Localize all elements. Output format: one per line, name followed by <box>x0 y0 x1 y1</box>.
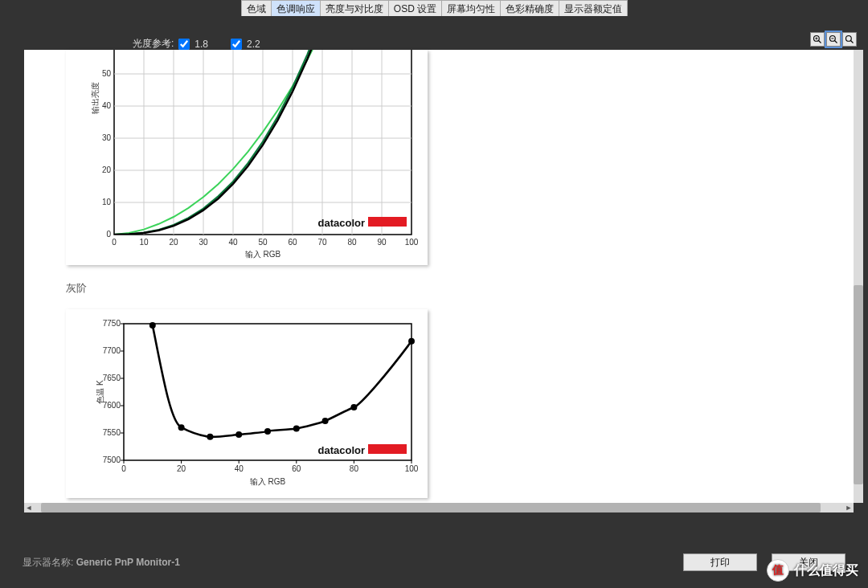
svg-text:80: 80 <box>347 238 357 247</box>
tab-color-accuracy[interactable]: 色彩精确度 <box>500 0 559 16</box>
svg-point-70 <box>207 434 213 440</box>
chart1-xlabel: 输入 RGB <box>245 250 281 259</box>
svg-text:7600: 7600 <box>103 401 121 410</box>
svg-point-74 <box>322 418 329 424</box>
zoom-out-icon[interactable] <box>826 32 841 47</box>
svg-text:30: 30 <box>102 133 112 142</box>
tone-response-chart: 01020 304050 01020 304050 607080 90100 输… <box>66 50 428 265</box>
gamma-18-checkbox[interactable] <box>178 39 190 50</box>
svg-text:20: 20 <box>102 165 112 174</box>
tab-bar: 色域 色调响应 亮度与对比度 OSD 设置 屏幕均匀性 色彩精确度 显示器额定值 <box>0 0 868 16</box>
zoom-in-icon[interactable] <box>810 32 825 47</box>
svg-point-69 <box>178 424 185 431</box>
svg-rect-77 <box>368 444 407 454</box>
svg-text:7700: 7700 <box>103 346 121 355</box>
print-button[interactable]: 打印 <box>683 553 757 571</box>
gray-section-label: 灰阶 <box>66 281 87 296</box>
gamma-22-checkbox[interactable] <box>231 39 242 50</box>
tab-uniformity[interactable]: 屏幕均匀性 <box>441 0 501 16</box>
svg-text:10: 10 <box>102 198 112 206</box>
svg-text:50: 50 <box>258 238 268 247</box>
zoom-reset-icon[interactable] <box>842 32 857 47</box>
datacolor-logo: datacolor <box>317 217 365 229</box>
svg-text:7500: 7500 <box>103 455 121 464</box>
tab-tone-response[interactable]: 色调响应 <box>271 0 321 16</box>
gray-ramp-chart: 750075507600 765077007750 02040 6080100 … <box>66 309 428 498</box>
svg-text:60: 60 <box>292 464 301 473</box>
gamma-reference-label: 光度参考: <box>133 37 174 51</box>
svg-line-8 <box>851 41 854 43</box>
svg-text:40: 40 <box>228 238 238 247</box>
svg-text:50: 50 <box>102 69 112 78</box>
svg-text:90: 90 <box>377 238 387 247</box>
svg-point-73 <box>293 426 300 432</box>
svg-text:100: 100 <box>405 238 419 247</box>
svg-text:10: 10 <box>139 238 149 247</box>
svg-point-76 <box>408 338 415 345</box>
horizontal-scrollbar[interactable]: ◄ ► <box>24 503 854 512</box>
svg-rect-42 <box>368 217 407 227</box>
chart2-xlabel: 输入 RGB <box>250 477 286 486</box>
svg-text:7750: 7750 <box>103 319 121 328</box>
chart1-ylabel: 输出亮度 <box>91 82 100 114</box>
svg-line-5 <box>835 41 837 43</box>
tab-osd[interactable]: OSD 设置 <box>388 0 442 16</box>
svg-point-75 <box>350 404 357 410</box>
svg-text:7650: 7650 <box>103 374 121 382</box>
watermark-text: 什么值得买 <box>794 562 858 579</box>
svg-text:100: 100 <box>405 464 419 473</box>
watermark: 值 什么值得买 <box>767 559 858 582</box>
svg-text:70: 70 <box>317 238 327 247</box>
tab-brightness-contrast[interactable]: 亮度与对比度 <box>320 0 389 16</box>
vertical-scrollbar[interactable] <box>854 50 863 503</box>
svg-text:20: 20 <box>177 464 186 473</box>
svg-text:30: 30 <box>199 238 208 247</box>
svg-text:0: 0 <box>121 464 126 473</box>
svg-point-7 <box>846 36 852 42</box>
zoom-controls <box>810 32 857 47</box>
svg-text:0: 0 <box>106 230 111 239</box>
svg-point-72 <box>264 428 271 435</box>
datacolor-logo-2: datacolor <box>317 444 365 456</box>
gamma-22-label: 2.2 <box>247 39 260 50</box>
gamma-18-label: 1.8 <box>194 39 208 50</box>
gamma-reference-row: 光度参考: 1.8 2.2 <box>133 37 260 51</box>
svg-point-68 <box>149 322 156 329</box>
content-area: 01020 304050 01020 304050 607080 90100 输… <box>24 50 854 503</box>
chart2-ylabel: 色温 K <box>96 380 104 404</box>
svg-text:80: 80 <box>350 464 359 473</box>
monitor-name-label: 显示器名称: Generic PnP Monitor-1 <box>23 556 180 570</box>
svg-text:0: 0 <box>112 238 117 247</box>
svg-text:60: 60 <box>288 238 297 247</box>
svg-text:40: 40 <box>102 101 112 110</box>
svg-point-71 <box>235 431 242 438</box>
watermark-badge-icon: 值 <box>767 559 789 582</box>
tab-monitor-rating[interactable]: 显示器额定值 <box>559 0 628 16</box>
tab-gamut[interactable]: 色域 <box>241 0 272 16</box>
svg-text:20: 20 <box>169 238 178 247</box>
svg-text:7550: 7550 <box>103 428 121 437</box>
footer: 显示器名称: Generic PnP Monitor-1 打印 关闭 <box>0 537 868 588</box>
svg-text:40: 40 <box>235 464 244 473</box>
svg-line-1 <box>819 41 821 43</box>
